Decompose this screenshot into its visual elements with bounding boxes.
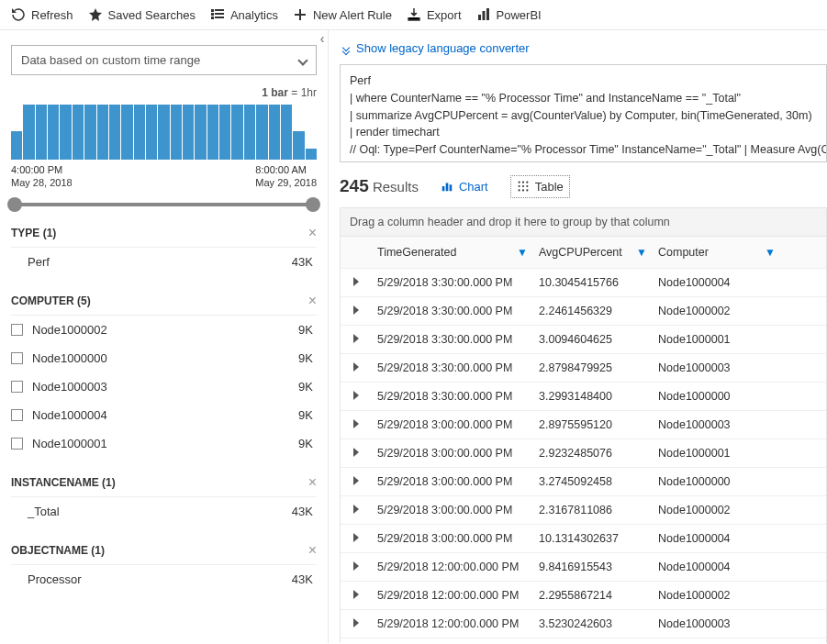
table-row[interactable]: 5/29/2018 3:00:00.000 PM10.1314302637Nod… [341,525,826,553]
expand-row-button[interactable] [341,475,372,488]
checkbox[interactable] [11,324,23,336]
checkbox[interactable] [11,438,23,450]
histogram-bar[interactable] [84,105,95,160]
legacy-converter-link[interactable]: Show legacy language converter [340,41,827,55]
chart-view-toggle[interactable]: Chart [435,176,494,197]
facet-item[interactable]: Node10000029K [11,316,317,344]
expand-row-button[interactable] [341,617,372,630]
query-editor[interactable]: Perf | where CounterName == "% Processor… [340,64,827,162]
histogram-bar[interactable] [269,105,280,160]
histogram-bar[interactable] [256,105,267,160]
histogram-bar[interactable] [109,105,120,160]
time-range-select[interactable]: Data based on custom time range [11,45,317,75]
histogram-bar[interactable] [23,105,34,160]
histogram-bar[interactable] [134,105,145,160]
histogram-bar[interactable] [97,105,108,160]
table-row[interactable]: 5/29/2018 3:00:00.000 PM2.8975595120Node… [341,411,826,439]
checkbox[interactable] [11,409,23,421]
table-row[interactable]: 5/29/2018 3:30:00.000 PM2.8798479925Node… [341,354,826,383]
table-row[interactable]: 5/29/2018 3:00:00.000 PM2.3167811086Node… [341,496,826,525]
facet-item-name: Perf [28,255,50,269]
histogram-bar[interactable] [60,105,71,160]
histogram-bar[interactable] [231,105,242,160]
table-row[interactable]: 5/29/2018 12:00:00.000 PM9.8416915543Nod… [341,553,826,582]
facet-item[interactable]: Processor43K [11,565,317,594]
facet-item[interactable]: Node10000039K [11,372,317,401]
powerbi-button[interactable]: PowerBI [476,7,542,22]
expand-row-button[interactable] [341,532,372,545]
histogram-bar[interactable] [195,105,206,160]
saved-searches-button[interactable]: Saved Searches [88,7,196,22]
expand-row-button[interactable] [341,390,372,403]
table-row[interactable]: 5/29/2018 3:00:00.000 PM2.9232485076Node… [341,439,826,468]
checkbox[interactable] [11,352,23,364]
table-row[interactable]: 5/29/2018 3:30:00.000 PM10.3045415766Nod… [341,269,826,297]
table-row[interactable]: 5/29/2018 3:30:00.000 PM2.2461456329Node… [341,297,826,326]
filter-icon[interactable]: ▼ [636,246,647,259]
group-drop-zone[interactable]: Drag a column header and drop it here to… [340,207,827,237]
axis-tick-date: May 29, 2018 [255,176,317,189]
facet-item[interactable]: _Total43K [11,497,317,526]
facet-item-count: 9K [298,323,313,337]
close-icon[interactable]: × [308,225,317,241]
expand-row-button[interactable] [341,561,372,573]
table-row[interactable]: 5/29/2018 12:00:00.000 PM3.5230242603Nod… [341,610,826,638]
table-row[interactable]: 5/29/2018 12:00:00.000 PM2.2955867214Nod… [341,582,826,610]
time-histogram[interactable] [11,105,317,160]
close-icon[interactable]: × [308,542,317,559]
table-header-row: TimeGenerated ▼ AvgCPUPercent ▼ Computer… [341,237,826,269]
col-label: AvgCPUPercent [539,246,622,259]
table-row[interactable]: 5/29/2018 3:30:00.000 PM3.2993148400Node… [341,383,826,411]
close-icon[interactable]: × [308,474,317,491]
table-row[interactable]: 5/29/2018 3:00:00.000 PM3.2745092458Node… [341,468,826,496]
expand-row-button[interactable] [341,589,372,602]
cell-time: 5/29/2018 3:30:00.000 PM [372,354,533,382]
histogram-bar[interactable] [73,105,84,160]
histogram-bar[interactable] [48,105,59,160]
expand-row-button[interactable] [341,305,372,317]
slider-handle-left[interactable] [7,197,22,212]
cell-computer: Node1000000 [653,468,781,495]
histogram-bar[interactable] [146,105,157,160]
histogram-bar[interactable] [11,131,22,160]
analytics-button[interactable]: Analytics [210,7,278,22]
collapse-left-icon[interactable]: ‹ [317,30,328,47]
histogram-bar[interactable] [158,105,169,160]
slider-handle-right[interactable] [306,197,320,212]
histogram-bar[interactable] [219,105,230,160]
histogram-bar[interactable] [306,149,317,160]
expand-row-button[interactable] [341,447,372,460]
histogram-bar[interactable] [36,105,47,160]
histogram-bar[interactable] [207,105,218,160]
checkbox[interactable] [11,381,23,393]
facet-item[interactable]: Node10000009K [11,344,317,372]
col-header-cpu[interactable]: AvgCPUPercent ▼ [533,237,653,268]
table-row[interactable]: 5/29/2018 12:00:00.000 PM2.8920238753Nod… [341,638,826,643]
col-header-computer[interactable]: Computer ▼ [653,237,781,268]
expand-row-button[interactable] [341,361,372,374]
col-header-time[interactable]: TimeGenerated ▼ [372,237,533,268]
refresh-button[interactable]: Refresh [11,7,73,22]
histogram-bar[interactable] [244,105,255,160]
expand-row-button[interactable] [341,333,372,346]
facet-item[interactable]: Node10000049K [11,401,317,429]
expand-row-button[interactable] [341,504,372,516]
filter-icon[interactable]: ▼ [765,246,776,259]
axis-tick-left: 4:00:00 PM May 28, 2018 [11,163,73,190]
filter-icon[interactable]: ▼ [517,246,528,259]
table-view-toggle[interactable]: Table [510,175,570,198]
export-button[interactable]: Export [407,7,462,22]
facet-item[interactable]: Perf43K [11,248,317,276]
facet-item[interactable]: Node10000019K [11,429,317,458]
time-slider[interactable] [15,203,313,206]
table-row[interactable]: 5/29/2018 3:30:00.000 PM3.0094604625Node… [341,326,826,354]
expand-row-button[interactable] [341,276,372,289]
new-alert-button[interactable]: New Alert Rule [293,7,392,22]
histogram-bar[interactable] [293,131,304,160]
histogram-bar[interactable] [281,105,292,160]
expand-row-button[interactable] [341,418,372,431]
histogram-bar[interactable] [171,105,182,160]
close-icon[interactable]: × [308,293,317,309]
histogram-bar[interactable] [121,105,132,160]
histogram-bar[interactable] [183,105,194,160]
